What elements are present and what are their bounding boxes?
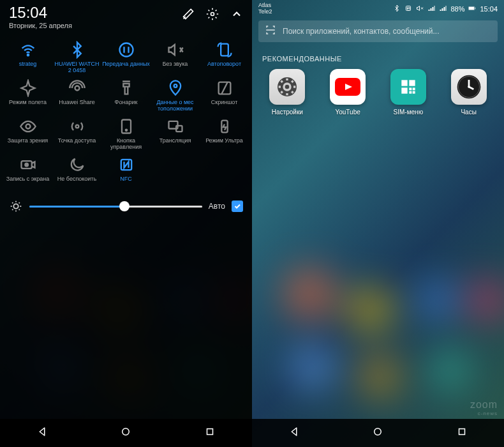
brightness-icon <box>9 199 23 213</box>
dnd-tile[interactable]: Не беспокоить <box>53 155 101 190</box>
svg-point-9 <box>75 125 78 128</box>
ultra-tile[interactable]: Режим Ультра <box>200 116 248 152</box>
edit-icon[interactable] <box>182 8 195 23</box>
mute-tile[interactable]: Без звука <box>151 40 199 75</box>
app-row: Настройки YouTube SIM-меню Часы <box>252 69 504 116</box>
svg-point-8 <box>26 125 30 129</box>
cast-tile[interactable]: Трансляция <box>151 116 199 152</box>
carrier-2: Tele2 <box>258 9 272 15</box>
svg-rect-29 <box>409 80 415 86</box>
svg-point-38 <box>374 428 382 436</box>
bluetooth-tile[interactable]: HUAWEI WATCH 2 0458 <box>53 40 101 75</box>
back-button[interactable] <box>288 426 300 440</box>
data-tile[interactable]: Передача данных <box>102 40 150 75</box>
svg-rect-34 <box>413 91 415 93</box>
nav-bar <box>252 419 504 447</box>
clock-date: Вторник, 25 апреля <box>9 22 72 29</box>
huaweishare-tile[interactable]: Huawei Share <box>53 78 101 114</box>
battery-icon <box>468 4 476 13</box>
status-time: 15:04 <box>480 5 498 13</box>
svg-point-18 <box>13 204 18 208</box>
bluetooth-icon <box>393 4 401 13</box>
search-placeholder: Поиск приложений, контактов, сообщений..… <box>283 27 440 36</box>
svg-rect-31 <box>409 87 411 90</box>
svg-rect-24 <box>475 8 476 10</box>
navbutton-tile[interactable]: Кнопка управления <box>102 116 150 152</box>
svg-point-11 <box>125 130 126 131</box>
scan-icon <box>265 24 276 38</box>
auto-checkbox[interactable] <box>232 201 243 212</box>
recent-button[interactable] <box>456 426 468 440</box>
svg-rect-3 <box>221 44 228 56</box>
signal-2-icon <box>439 4 447 13</box>
mute-icon <box>416 4 424 13</box>
quick-settings-grid: strateg HUAWEI WATCH 2 0458 Передача дан… <box>0 29 252 190</box>
watermark: zoomc-news <box>470 399 498 416</box>
svg-point-1 <box>27 54 28 56</box>
status-bar: Atlas Tele2 88% 15:04 <box>252 0 504 17</box>
screenshot-tile[interactable]: Скриншот <box>200 78 248 114</box>
recommended-label: РЕКОМЕНДОВАННЫЕ <box>252 46 504 69</box>
svg-rect-28 <box>401 80 407 86</box>
eyecare-tile[interactable]: Защита зрения <box>4 116 52 152</box>
app-settings[interactable]: Настройки <box>262 69 313 116</box>
svg-rect-20 <box>207 429 213 435</box>
svg-rect-33 <box>409 91 411 93</box>
app-clock[interactable]: Часы <box>443 69 494 116</box>
home-button[interactable] <box>120 426 131 440</box>
screenrecord-tile[interactable]: Запись с экрана <box>4 155 52 190</box>
search-bar[interactable]: Поиск приложений, контактов, сообщений..… <box>258 20 498 42</box>
clock-app-icon <box>451 69 487 105</box>
svg-rect-30 <box>401 87 407 93</box>
brightness-slider[interactable]: Авто <box>0 190 252 222</box>
svg-point-37 <box>468 86 470 88</box>
airplane-tile[interactable]: Режим полета <box>4 78 52 114</box>
svg-point-16 <box>25 163 28 167</box>
svg-rect-5 <box>123 84 129 87</box>
nfc-tile[interactable]: NFC <box>102 155 150 190</box>
recent-button[interactable] <box>204 426 216 440</box>
back-button[interactable] <box>36 426 48 440</box>
flashlight-tile[interactable]: Фонарик <box>102 78 150 114</box>
auto-label: Авто <box>209 202 225 211</box>
svg-point-0 <box>211 13 214 16</box>
svg-point-4 <box>75 86 79 91</box>
svg-rect-32 <box>413 87 415 90</box>
sim-app-icon <box>390 69 426 105</box>
svg-point-6 <box>174 84 177 87</box>
collapse-icon[interactable] <box>230 8 243 23</box>
nav-bar <box>0 419 252 447</box>
app-sim[interactable]: SIM-меню <box>383 69 434 116</box>
svg-point-2 <box>119 43 133 57</box>
settings-app-icon <box>269 69 305 105</box>
hotspot-tile[interactable]: Точка доступа <box>53 116 101 152</box>
home-button[interactable] <box>372 426 383 440</box>
clock-time: 15:04 <box>9 5 72 20</box>
signal-1-icon <box>427 4 435 13</box>
status-bar: 15:04 Вторник, 25 апреля <box>0 0 252 29</box>
autorotate-tile[interactable]: Автоповорот <box>200 40 248 75</box>
nfc-status-icon <box>404 4 412 13</box>
wifi-tile[interactable]: strateg <box>4 40 52 75</box>
settings-icon[interactable] <box>206 8 219 23</box>
location-tile[interactable]: Данные о мес тоположении <box>151 78 199 114</box>
svg-rect-39 <box>459 429 465 435</box>
battery-percent: 88% <box>450 5 464 13</box>
app-youtube[interactable]: YouTube <box>322 69 373 116</box>
youtube-app-icon <box>330 69 366 105</box>
svg-point-19 <box>122 428 130 436</box>
svg-rect-23 <box>469 7 474 10</box>
